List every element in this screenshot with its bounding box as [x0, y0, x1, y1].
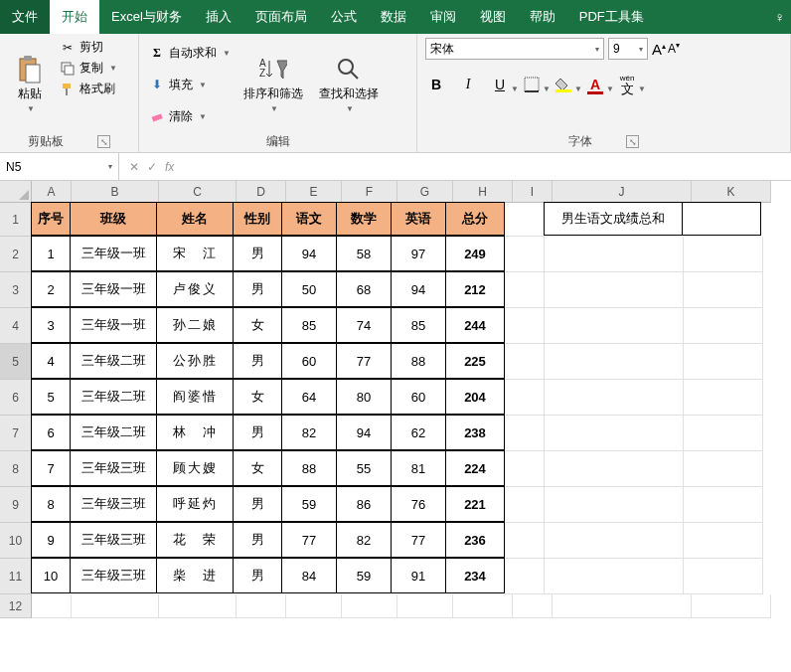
row-header[interactable]: 7 [0, 416, 32, 451]
cell[interactable] [72, 594, 159, 618]
cell[interactable]: 6 [31, 415, 71, 450]
cancel-formula-icon[interactable]: ✕ [129, 160, 139, 174]
cell[interactable] [545, 451, 684, 487]
cell[interactable]: 94 [391, 271, 446, 307]
cell[interactable]: 58 [336, 236, 392, 271]
cell[interactable]: 三年级三班 [70, 558, 157, 593]
cell[interactable]: 234 [445, 558, 505, 593]
cell[interactable]: 男 [233, 486, 282, 522]
column-header[interactable]: F [342, 181, 397, 203]
cell[interactable] [505, 451, 545, 487]
cell[interactable]: 男 [233, 271, 282, 307]
italic-button[interactable]: I [457, 74, 479, 95]
decrease-font-button[interactable]: A▾ [668, 41, 680, 58]
cell[interactable]: 总分 [445, 202, 505, 236]
column-header[interactable]: I [513, 181, 553, 203]
cell[interactable] [684, 308, 763, 344]
cell[interactable] [237, 594, 286, 618]
cell[interactable] [505, 272, 545, 308]
cell[interactable]: 三年级三班 [70, 450, 157, 486]
cell[interactable]: 英语 [391, 202, 446, 236]
row-header[interactable]: 8 [0, 451, 32, 487]
cell[interactable]: 语文 [281, 202, 337, 236]
cell[interactable]: 班级 [70, 202, 157, 236]
increase-font-button[interactable]: A▴ [652, 41, 666, 58]
phonetic-guide-button[interactable]: wén文▼ [616, 74, 638, 95]
cell[interactable]: 50 [281, 271, 337, 307]
cell[interactable]: 顾大嫂 [156, 450, 234, 486]
cell[interactable]: 男 [233, 236, 282, 271]
tab-Excel与财务[interactable]: Excel与财务 [99, 0, 194, 34]
cell[interactable]: 55 [336, 450, 392, 486]
cell[interactable] [684, 380, 763, 416]
column-header[interactable]: K [692, 181, 771, 203]
row-header[interactable]: 5 [0, 344, 32, 380]
cell[interactable]: 77 [281, 522, 337, 558]
cell[interactable]: 76 [391, 486, 446, 522]
autosum-button[interactable]: Σ 自动求和 ▼ [147, 44, 233, 63]
cell[interactable]: 3 [31, 307, 71, 343]
cell[interactable]: 孙二娘 [156, 307, 234, 343]
cell[interactable]: 女 [233, 379, 282, 415]
cell[interactable]: 77 [391, 522, 446, 558]
cut-button[interactable]: ✂ 剪切 [58, 38, 119, 57]
cell[interactable] [553, 594, 692, 618]
cell[interactable]: 男 [233, 343, 282, 379]
cell[interactable]: 60 [391, 379, 446, 415]
row-header[interactable]: 6 [0, 380, 32, 416]
cell[interactable]: 1 [31, 236, 71, 271]
cell[interactable]: 62 [391, 415, 446, 450]
cell[interactable]: 74 [336, 307, 392, 343]
cell[interactable]: 244 [445, 307, 505, 343]
dialog-launcher-icon[interactable]: ⤡ [626, 135, 639, 148]
tab-公式[interactable]: 公式 [319, 0, 369, 34]
font-name-select[interactable]: 宋体▾ [425, 38, 604, 60]
cell[interactable]: 238 [445, 415, 505, 450]
paste-button[interactable]: 粘贴 ▼ [8, 38, 52, 131]
cell[interactable]: 呼延灼 [156, 486, 234, 522]
cell[interactable]: 柴 进 [156, 558, 234, 593]
cell[interactable]: 68 [336, 271, 392, 307]
cell[interactable]: 59 [336, 558, 392, 593]
cell[interactable]: 94 [336, 415, 392, 450]
cell[interactable]: 64 [281, 379, 337, 415]
cell[interactable]: 249 [445, 236, 505, 271]
cell[interactable]: 85 [281, 307, 337, 343]
cell[interactable] [32, 594, 72, 618]
column-header[interactable]: G [397, 181, 453, 203]
cell[interactable]: 86 [336, 486, 392, 522]
cell[interactable]: 序号 [31, 202, 71, 236]
column-header[interactable]: B [72, 181, 159, 203]
cell[interactable]: 224 [445, 450, 505, 486]
cell[interactable]: 9 [31, 522, 71, 558]
cell[interactable] [545, 380, 684, 416]
cell[interactable]: 59 [281, 486, 337, 522]
cell[interactable] [545, 416, 684, 451]
font-size-select[interactable]: 9▾ [608, 38, 648, 60]
cell[interactable]: 三年级二班 [70, 379, 157, 415]
row-header[interactable]: 10 [0, 523, 32, 559]
tab-数据[interactable]: 数据 [369, 0, 418, 34]
format-painter-button[interactable]: 格式刷 [58, 80, 119, 98]
column-header[interactable]: C [159, 181, 237, 203]
cell[interactable]: 性别 [233, 202, 282, 236]
cell[interactable]: 85 [391, 307, 446, 343]
cell[interactable] [505, 237, 545, 272]
cell[interactable] [684, 344, 763, 380]
fill-button[interactable]: ⬇ 填充 ▼ [147, 76, 233, 94]
cell[interactable]: 男 [233, 522, 282, 558]
formula-input[interactable] [184, 153, 791, 180]
cell[interactable] [505, 344, 545, 380]
cell[interactable]: 4 [31, 343, 71, 379]
cell[interactable]: 8 [31, 486, 71, 522]
cell[interactable] [545, 523, 684, 559]
cell[interactable]: 三年级三班 [70, 486, 157, 522]
cell[interactable] [684, 559, 763, 594]
tab-审阅[interactable]: 审阅 [418, 0, 468, 34]
row-header[interactable]: 12 [0, 594, 32, 618]
cell[interactable] [545, 272, 684, 308]
tab-插入[interactable]: 插入 [194, 0, 243, 34]
row-header[interactable]: 3 [0, 272, 32, 308]
cell[interactable] [453, 594, 513, 618]
cell[interactable]: 236 [445, 522, 505, 558]
